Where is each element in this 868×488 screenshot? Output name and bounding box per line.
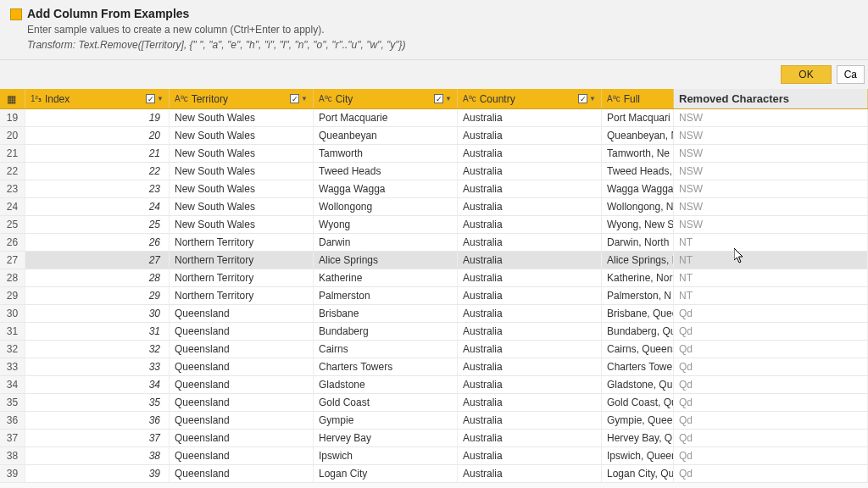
territory-cell: Queensland bbox=[170, 465, 314, 482]
column-header-city[interactable]: Aᴮc City ▼ bbox=[314, 89, 458, 108]
full-cell: Port Macquari bbox=[602, 109, 674, 126]
table-row[interactable]: 2828Northern TerritoryKatherineAustralia… bbox=[0, 269, 868, 287]
table-row[interactable]: 2121New South WalesTamworthAustraliaTamw… bbox=[0, 145, 868, 163]
table-row[interactable]: 2727Northern TerritoryAlice SpringsAustr… bbox=[0, 252, 868, 269]
removed-cell[interactable]: Qd bbox=[674, 323, 868, 340]
country-cell: Australia bbox=[458, 127, 602, 144]
dropdown-icon[interactable]: ▼ bbox=[445, 95, 452, 103]
table-row[interactable]: 2323New South WalesWagga WaggaAustraliaW… bbox=[0, 180, 868, 198]
removed-cell[interactable]: NSW bbox=[674, 198, 868, 215]
row-number-cell: 35 bbox=[0, 394, 25, 411]
full-cell: Ipswich, Queen bbox=[602, 447, 674, 464]
transform-formula: Transform: Text.Remove([Territory], {" "… bbox=[27, 39, 406, 51]
removed-cell[interactable]: Qd bbox=[674, 376, 868, 393]
territory-cell: New South Wales bbox=[170, 180, 314, 197]
dropdown-icon[interactable]: ▼ bbox=[157, 95, 164, 103]
column-header-country[interactable]: Aᴮc Country ▼ bbox=[458, 89, 602, 108]
removed-cell[interactable]: Qd bbox=[674, 465, 868, 482]
territory-cell: Northern Territory bbox=[170, 252, 314, 269]
full-cell: Alice Springs, N bbox=[602, 252, 674, 269]
table-row[interactable]: 2020New South WalesQueanbeyanAustraliaQu… bbox=[0, 127, 868, 145]
table-row[interactable]: 3636QueenslandGympieAustraliaGympie, Que… bbox=[0, 412, 868, 430]
table-row[interactable]: 2929Northern TerritoryPalmerstonAustrali… bbox=[0, 287, 868, 305]
dropdown-icon[interactable]: ▼ bbox=[589, 95, 596, 103]
country-cell: Australia bbox=[458, 109, 602, 126]
index-cell: 35 bbox=[25, 394, 170, 411]
cancel-button[interactable]: Ca bbox=[837, 65, 865, 84]
column-checkbox-icon[interactable] bbox=[146, 94, 155, 103]
table-row[interactable]: 3030QueenslandBrisbaneAustraliaBrisbane,… bbox=[0, 305, 868, 323]
removed-cell[interactable]: NT bbox=[674, 252, 868, 269]
table-row[interactable]: 3232QueenslandCairnsAustraliaCairns, Que… bbox=[0, 341, 868, 358]
table-row[interactable]: 2525New South WalesWyongAustraliaWyong, … bbox=[0, 216, 868, 234]
row-number-cell: 33 bbox=[0, 358, 25, 375]
removed-cell[interactable]: Qd bbox=[674, 341, 868, 358]
table-row[interactable]: 2424New South WalesWollongongAustraliaWo… bbox=[0, 198, 868, 216]
table-row[interactable]: 2222New South WalesTweed HeadsAustraliaT… bbox=[0, 163, 868, 180]
removed-cell[interactable]: NSW bbox=[674, 145, 868, 162]
table-row[interactable]: 2626Northern TerritoryDarwinAustraliaDar… bbox=[0, 234, 868, 252]
row-index-header[interactable]: ▦ bbox=[0, 89, 25, 108]
removed-cell[interactable]: Qd bbox=[674, 447, 868, 464]
table-row[interactable]: 1919New South WalesPort MacquarieAustral… bbox=[0, 109, 868, 127]
country-cell: Australia bbox=[458, 163, 602, 180]
territory-cell: Northern Territory bbox=[170, 234, 314, 251]
territory-cell: Queensland bbox=[170, 412, 314, 429]
data-grid: ▦ 1²₃ Index ▼ Aᴮc Territory ▼ Aᴮc City ▼… bbox=[0, 89, 868, 483]
removed-cell[interactable]: Qd bbox=[674, 358, 868, 375]
column-header-removed[interactable]: Removed Characters bbox=[674, 89, 868, 108]
row-number-cell: 39 bbox=[0, 465, 25, 482]
index-cell: 23 bbox=[25, 180, 170, 197]
removed-cell[interactable]: NSW bbox=[674, 163, 868, 180]
city-cell: Darwin bbox=[314, 234, 458, 251]
removed-cell[interactable]: NSW bbox=[674, 180, 868, 197]
row-number-cell: 38 bbox=[0, 447, 25, 464]
column-header-index[interactable]: 1²₃ Index ▼ bbox=[25, 89, 170, 108]
index-cell: 37 bbox=[25, 430, 170, 446]
city-cell: Wyong bbox=[314, 216, 458, 233]
removed-cell[interactable]: Qd bbox=[674, 430, 868, 446]
dropdown-icon[interactable]: ▼ bbox=[301, 95, 308, 103]
table-row[interactable]: 3535QueenslandGold CoastAustraliaGold Co… bbox=[0, 394, 868, 412]
column-header-territory[interactable]: Aᴮc Territory ▼ bbox=[170, 89, 314, 108]
removed-cell[interactable]: Qd bbox=[674, 412, 868, 429]
removed-cell[interactable]: NSW bbox=[674, 109, 868, 126]
removed-cell[interactable]: Qd bbox=[674, 305, 868, 322]
full-cell: Wagga Wagga, bbox=[602, 180, 674, 197]
territory-cell: New South Wales bbox=[170, 109, 314, 126]
country-cell: Australia bbox=[458, 465, 602, 482]
table-row[interactable]: 3333QueenslandCharters TowersAustraliaCh… bbox=[0, 358, 868, 376]
table-row[interactable]: 3434QueenslandGladstoneAustraliaGladston… bbox=[0, 376, 868, 394]
table-row[interactable]: 3737QueenslandHervey BayAustraliaHervey … bbox=[0, 430, 868, 447]
table-icon: ▦ bbox=[5, 93, 17, 105]
removed-cell[interactable]: NT bbox=[674, 287, 868, 304]
territory-cell: Queensland bbox=[170, 358, 314, 375]
column-checkbox-icon[interactable] bbox=[434, 94, 443, 103]
column-name: Index bbox=[45, 93, 142, 105]
full-cell: Tamworth, Ne bbox=[602, 145, 674, 162]
country-cell: Australia bbox=[458, 252, 602, 269]
city-cell: Charters Towers bbox=[314, 358, 458, 375]
removed-cell[interactable]: NSW bbox=[674, 127, 868, 144]
territory-cell: Queensland bbox=[170, 430, 314, 446]
removed-cell[interactable]: Qd bbox=[674, 394, 868, 411]
dialog-subtitle: Enter sample values to create a new colu… bbox=[27, 24, 406, 36]
dialog-header: Add Column From Examples Enter sample va… bbox=[0, 0, 868, 60]
removed-cell[interactable]: NT bbox=[674, 234, 868, 251]
ok-button[interactable]: OK bbox=[781, 65, 831, 84]
column-checkbox-icon[interactable] bbox=[578, 94, 587, 103]
column-checkbox-icon[interactable] bbox=[290, 94, 299, 103]
removed-cell[interactable]: NSW bbox=[674, 216, 868, 233]
column-name: City bbox=[336, 93, 431, 105]
row-number-cell: 19 bbox=[0, 109, 25, 126]
dialog-icon bbox=[10, 8, 22, 20]
territory-cell: New South Wales bbox=[170, 145, 314, 162]
territory-cell: Queensland bbox=[170, 376, 314, 393]
city-cell: Wollongong bbox=[314, 198, 458, 215]
table-row[interactable]: 3939QueenslandLogan CityAustraliaLogan C… bbox=[0, 465, 868, 483]
table-row[interactable]: 3838QueenslandIpswichAustraliaIpswich, Q… bbox=[0, 447, 868, 465]
table-row[interactable]: 3131QueenslandBundabergAustraliaBundaber… bbox=[0, 323, 868, 341]
column-header-full[interactable]: Aᴮc Full bbox=[602, 89, 674, 108]
number-type-icon: 1²₃ bbox=[31, 94, 42, 103]
removed-cell[interactable]: NT bbox=[674, 269, 868, 286]
